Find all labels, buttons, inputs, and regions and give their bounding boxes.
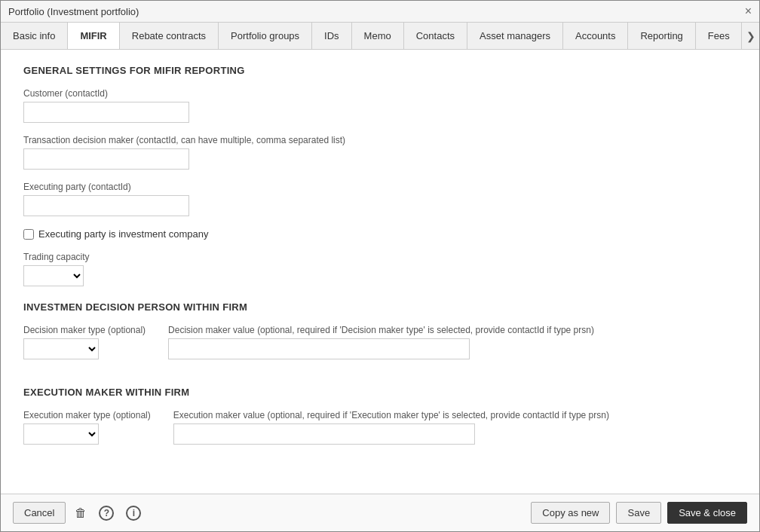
- decision-value-label: Decision maker value (optional, required…: [168, 325, 594, 335]
- general-section-title: GENERAL SETTINGS FOR MIFIR REPORTING: [23, 65, 737, 76]
- execution-section-divider: EXECUTION MAKER WITHIN FIRM: [23, 387, 737, 398]
- decision-value-field-group: Decision maker value (optional, required…: [168, 325, 594, 359]
- investment-section-title: INVESTMEN DECISION PERSON WITHIN FIRM: [23, 301, 737, 313]
- execution-type-field-group: Execution maker type (optional) ALGOPRSN: [23, 410, 151, 445]
- execution-type-label: Execution maker type (optional): [23, 410, 151, 420]
- execution-type-select[interactable]: ALGOPRSN: [23, 423, 99, 445]
- cancel-button[interactable]: Cancel: [13, 502, 66, 524]
- transaction-label: Transaction decision maker (contactId, c…: [23, 135, 737, 145]
- tab-ids[interactable]: IDs: [312, 23, 352, 49]
- dialog-title: Portfolio (Investment portfolio): [8, 6, 139, 17]
- dialog: Portfolio (Investment portfolio) × Basic…: [0, 0, 760, 532]
- decision-type-select[interactable]: ALGOPRSN: [23, 338, 99, 359]
- executing-party-label: Executing party (contactId): [23, 182, 737, 192]
- executing-company-row: Executing party is investment company: [23, 228, 737, 240]
- footer-right: Copy as new Save Save & close: [531, 502, 747, 524]
- tab-accounts[interactable]: Accounts: [563, 23, 628, 49]
- tab-portfolio-groups[interactable]: Portfolio groups: [219, 23, 312, 49]
- tab-rebate-contracts[interactable]: Rebate contracts: [120, 23, 219, 49]
- trading-capacity-label: Trading capacity: [23, 252, 737, 262]
- footer: Cancel 🗑 ? i Copy as new Save Save & clo…: [1, 494, 759, 531]
- copy-as-new-button[interactable]: Copy as new: [531, 502, 610, 524]
- tab-reporting[interactable]: Reporting: [628, 23, 695, 49]
- title-bar: Portfolio (Investment portfolio) ×: [1, 1, 759, 23]
- help-icon: ?: [99, 506, 114, 521]
- tab-basic-info[interactable]: Basic info: [1, 23, 68, 49]
- decision-type-field-group: Decision maker type (optional) ALGOPRSN: [23, 325, 146, 359]
- tab-asset-managers[interactable]: Asset managers: [467, 23, 563, 49]
- executing-party-field-group: Executing party (contactId): [23, 182, 737, 216]
- execution-value-input[interactable]: [173, 423, 475, 445]
- executing-company-checkbox[interactable]: [23, 229, 34, 240]
- tab-mifir[interactable]: MIFIR: [68, 23, 119, 49]
- close-button[interactable]: ×: [745, 5, 752, 17]
- execution-section-title: EXECUTION MAKER WITHIN FIRM: [23, 387, 737, 398]
- customer-field-group: Customer (contactId): [23, 88, 737, 123]
- trading-capacity-field-group: Trading capacity DEALMTCHAOTC: [23, 252, 737, 286]
- executing-company-label: Executing party is investment company: [38, 228, 208, 240]
- footer-left: Cancel 🗑 ? i: [13, 502, 144, 524]
- save-close-button[interactable]: Save & close: [667, 502, 747, 524]
- delete-button[interactable]: 🗑: [72, 505, 90, 521]
- delete-icon: 🗑: [75, 506, 87, 519]
- customer-input[interactable]: [23, 102, 189, 123]
- tab-memo[interactable]: Memo: [352, 23, 404, 49]
- transaction-field-group: Transaction decision maker (contactId, c…: [23, 135, 737, 170]
- help-button[interactable]: ?: [96, 504, 117, 522]
- tab-fees[interactable]: Fees: [696, 23, 741, 49]
- info-button[interactable]: i: [123, 504, 144, 522]
- save-button[interactable]: Save: [616, 502, 661, 524]
- content-area: GENERAL SETTINGS FOR MIFIR REPORTING Cus…: [1, 50, 759, 494]
- execution-value-field-group: Execution maker value (optional, require…: [173, 410, 609, 445]
- execution-maker-row: Execution maker type (optional) ALGOPRSN…: [23, 410, 737, 457]
- executing-party-input[interactable]: [23, 195, 189, 216]
- tabs-scroll-right-button[interactable]: ❯: [741, 23, 759, 49]
- info-icon: i: [126, 506, 141, 521]
- tab-contacts[interactable]: Contacts: [404, 23, 467, 49]
- decision-value-input[interactable]: [168, 338, 470, 359]
- trading-capacity-select[interactable]: DEALMTCHAOTC: [23, 265, 84, 286]
- execution-value-label: Execution maker value (optional, require…: [173, 410, 609, 420]
- investment-decision-row: Decision maker type (optional) ALGOPRSN …: [23, 325, 737, 371]
- transaction-input[interactable]: [23, 148, 189, 170]
- decision-type-label: Decision maker type (optional): [23, 325, 146, 335]
- tabs-container: Basic infoMIFIRRebate contractsPortfolio…: [1, 23, 759, 50]
- tabs-scroll: Basic infoMIFIRRebate contractsPortfolio…: [1, 23, 741, 49]
- customer-label: Customer (contactId): [23, 88, 737, 99]
- investment-section-divider: INVESTMEN DECISION PERSON WITHIN FIRM: [23, 301, 737, 313]
